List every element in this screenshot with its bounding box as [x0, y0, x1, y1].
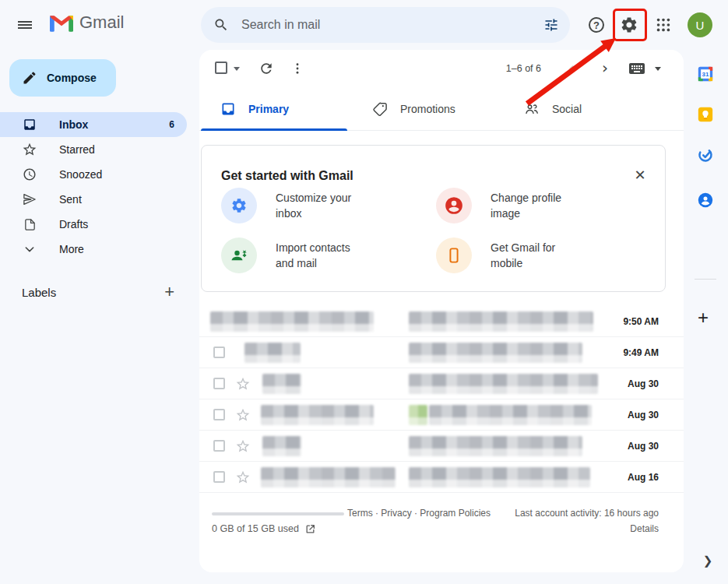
card-item-label: Change profile image — [491, 190, 584, 221]
sidebar-item-more[interactable]: More — [0, 237, 187, 262]
labels-header: Labels — [22, 286, 56, 299]
email-date: Aug 30 — [628, 441, 659, 452]
keep-icon[interactable] — [697, 106, 714, 123]
left-sidebar: Compose Inbox 6 Starred Snoozed Sent — [0, 50, 199, 584]
sidebar-item-label: Drafts — [59, 218, 88, 230]
refresh-icon — [258, 61, 274, 76]
storage-progress-bar — [212, 512, 344, 515]
sidebar-item-snoozed[interactable]: Snoozed — [0, 162, 187, 187]
refresh-button[interactable] — [257, 59, 276, 78]
email-row[interactable]: Aug 16 — [199, 462, 684, 493]
email-row[interactable]: Aug 30 — [199, 399, 684, 431]
gmail-logo[interactable]: Gmail — [50, 12, 124, 33]
details-link[interactable]: Details — [630, 523, 659, 534]
social-tab-icon — [524, 101, 540, 117]
help-icon: ? — [589, 17, 604, 33]
email-date: Aug 16 — [628, 472, 659, 483]
search-icon[interactable] — [213, 17, 229, 33]
blurred-sender — [261, 405, 374, 425]
add-addon-button[interactable]: + — [698, 307, 709, 329]
email-row[interactable]: 9:49 AM — [199, 337, 684, 368]
blurred-sender — [262, 436, 301, 456]
blurred-sender — [262, 374, 301, 394]
sidebar-item-inbox[interactable]: Inbox 6 — [0, 112, 187, 137]
gear-icon — [221, 188, 257, 223]
search-bar[interactable] — [201, 7, 570, 43]
email-date: 9:50 AM — [623, 316, 659, 327]
sidebar-item-drafts[interactable]: Drafts — [0, 212, 187, 237]
select-dropdown-caret[interactable] — [234, 67, 240, 71]
star-icon[interactable] — [235, 407, 251, 423]
blurred-subject — [409, 467, 590, 487]
help-button[interactable]: ? — [586, 14, 607, 36]
settings-button[interactable] — [618, 14, 640, 36]
email-checkbox[interactable] — [213, 440, 225, 452]
search-input[interactable] — [240, 17, 543, 33]
last-account-activity: Last account activity: 16 hours ago — [515, 508, 659, 519]
create-label-button[interactable]: + — [164, 284, 174, 300]
chevron-left-icon[interactable]: ‹ — [568, 58, 575, 77]
inbox-count-badge: 6 — [169, 119, 174, 130]
email-row[interactable]: Aug 30 — [199, 431, 684, 462]
account-avatar[interactable]: U — [688, 12, 712, 37]
sidebar-item-sent[interactable]: Sent — [0, 187, 187, 212]
phone-icon — [436, 237, 472, 273]
chevron-right-icon[interactable]: › — [602, 58, 608, 77]
star-icon[interactable] — [235, 376, 251, 392]
legal-links[interactable]: Terms · Privacy · Program Policies — [347, 508, 491, 519]
email-date: Aug 30 — [628, 378, 659, 389]
send-icon — [22, 192, 37, 207]
card-item-label: Get Gmail for mobile — [491, 240, 584, 271]
blurred-subject — [409, 436, 582, 456]
draft-icon — [22, 216, 37, 232]
pencil-icon — [22, 70, 37, 86]
hamburger-menu-icon[interactable] — [11, 11, 39, 39]
get-started-card: Get started with Gmail ✕ Customize your … — [201, 145, 666, 292]
apps-grid-button[interactable] — [652, 14, 674, 36]
tab-primary[interactable]: Primary — [199, 87, 349, 131]
sidebar-item-starred[interactable]: Starred — [0, 137, 187, 162]
input-tools-caret[interactable] — [655, 67, 661, 71]
close-icon[interactable]: ✕ — [629, 164, 651, 186]
input-tools-button[interactable] — [628, 59, 646, 78]
email-row[interactable]: 9:50 AM — [199, 306, 684, 337]
star-icon[interactable] — [235, 438, 251, 454]
star-icon[interactable] — [235, 470, 251, 485]
email-checkbox[interactable] — [213, 471, 225, 483]
storage-usage: 0 GB of 15 GB used — [212, 523, 315, 534]
more-options-button[interactable] — [288, 59, 307, 78]
tab-promotions[interactable]: Promotions — [351, 87, 503, 131]
mailbox-nav: Inbox 6 Starred Snoozed Sent Drafts — [0, 112, 199, 262]
keyboard-icon — [628, 59, 646, 78]
card-item-customize-inbox[interactable]: Customize your inbox — [221, 188, 369, 223]
calendar-icon[interactable]: 31 — [697, 65, 714, 83]
search-options-icon[interactable] — [543, 17, 559, 33]
person-icon — [436, 188, 472, 223]
card-item-import-contacts[interactable]: Import contacts and mail — [221, 237, 369, 273]
select-all-checkbox[interactable] — [215, 62, 227, 74]
external-link-icon[interactable] — [305, 524, 315, 534]
tasks-icon[interactable] — [697, 146, 714, 164]
svg-text:31: 31 — [702, 71, 709, 78]
blurred-label-chip — [409, 405, 427, 425]
gear-icon — [620, 16, 638, 34]
mail-panel: 1–6 of 6 ‹ › Primary Promotions Social G… — [199, 50, 684, 572]
compose-button[interactable]: Compose — [9, 59, 116, 97]
list-toolbar: 1–6 of 6 ‹ › — [199, 50, 684, 87]
email-checkbox[interactable] — [213, 347, 225, 358]
sidebar-item-label: Starred — [59, 143, 95, 156]
tab-label: Primary — [248, 103, 289, 115]
side-panel-rail: 31 + — [684, 50, 728, 584]
tab-label: Promotions — [400, 103, 455, 115]
tab-social[interactable]: Social — [503, 87, 655, 131]
contacts-icon[interactable] — [697, 192, 714, 209]
tab-label: Social — [552, 103, 582, 115]
email-checkbox[interactable] — [213, 409, 225, 420]
card-item-gmail-mobile[interactable]: Get Gmail for mobile — [436, 237, 584, 273]
expand-side-panel-chevron[interactable]: ❯ — [700, 553, 716, 568]
card-item-change-profile[interactable]: Change profile image — [436, 188, 584, 223]
email-row[interactable]: Aug 30 — [199, 368, 684, 399]
avatar-letter: U — [696, 19, 705, 32]
card-item-label: Customize your inbox — [276, 190, 369, 221]
email-checkbox[interactable] — [213, 378, 225, 389]
